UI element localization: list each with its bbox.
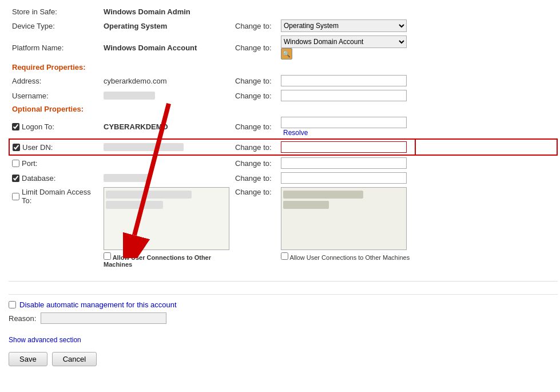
optional-properties-header: Optional Properties: [9,103,415,115]
address-label: Address: [9,73,101,88]
allow-connections-current-checkbox[interactable] [104,252,111,260]
limit-domain-change-label: Change to: [232,185,278,270]
device-type-value: Operating System [101,18,232,34]
database-label: Database: [22,174,55,183]
database-checkbox[interactable] [12,175,19,182]
user-dn-row: User DN: Change to: [9,139,557,155]
database-blurred [104,174,149,182]
limit-domain-value: Allow User Connections to Other Machines [101,185,232,270]
user-dn-blurred [104,143,184,151]
username-label: Username: [9,88,101,103]
logon-to-value: CYBERARKDEMO [101,115,232,139]
device-type-label: Device Type: [9,18,101,34]
port-input[interactable] [281,157,407,169]
limit-domain-change-value: Allow User Connections to Other Machines [278,185,415,270]
platform-name-value: Windows Domain Account [101,34,232,61]
disable-auto-link[interactable]: Disable automatic management for this ac… [19,300,177,309]
limit-domain-change-textarea[interactable] [281,187,407,250]
save-button[interactable]: Save [9,352,47,366]
port-change-label: Change to: [232,155,278,171]
limit-domain-blurred-line2 [106,201,163,209]
limit-domain-blurred-line1 [106,191,192,199]
disable-auto-checkbox[interactable] [9,301,16,308]
required-properties-header: Required Properties: [9,61,415,73]
database-change-label: Change to: [232,171,278,185]
address-input[interactable] [281,75,407,86]
username-value [101,88,232,103]
database-input[interactable] [281,172,407,184]
allow-connections-change: Allow User Connections to Other Machines [281,252,412,261]
user-dn-checkbox[interactable] [13,144,20,151]
address-value: cyberarkdemo.com [101,73,232,88]
limit-domain-change-blurred-line1 [283,191,363,199]
store-in-safe-label: Store in Safe: [9,6,101,18]
user-dn-value [101,139,232,155]
resolve-link[interactable]: Resolve [283,129,308,137]
port-label: Port: [22,159,37,168]
platform-search-icon[interactable]: 🔍 [281,48,292,60]
port-row-label: Port: [9,155,101,171]
limit-domain-current-textarea [104,187,229,250]
device-type-change-label: Change to: [232,18,278,34]
database-row-label: Database: [9,171,101,185]
limit-domain-row-label: Limit Domain Access To: [9,185,101,270]
user-dn-row-label: User DN: [9,139,101,155]
reason-input[interactable] [41,312,166,324]
username-input[interactable] [281,90,407,101]
user-dn-input[interactable] [281,141,407,153]
logon-to-checkbox[interactable] [12,123,19,130]
user-dn-label: User DN: [22,143,53,152]
port-checkbox[interactable] [12,160,19,167]
show-advanced-link[interactable]: Show advanced section [9,336,81,344]
allow-connections-current: Allow User Connections to Other Machines [104,252,229,268]
username-blurred [104,92,155,100]
logon-to-label: Logon To: [22,122,54,131]
buttons-row: Save Cancel [9,352,558,366]
limit-domain-label: Limit Domain Access To: [22,188,98,205]
logon-to-row-label: Logon To: [9,115,101,139]
port-value [101,155,232,171]
address-change-label: Change to: [232,73,278,88]
database-value [101,171,232,185]
reason-label: Reason: [9,314,36,323]
logon-to-change-label: Change to: [232,115,278,139]
platform-name-select[interactable]: Windows Domain Account [281,35,407,48]
username-change-label: Change to: [232,88,278,103]
user-dn-change-label: Change to: [232,139,278,155]
store-in-safe-value: Windows Domain Admin [101,6,232,18]
reason-row: Reason: [9,312,558,324]
cancel-button[interactable]: Cancel [52,352,97,366]
platform-name-change-label: Change to: [232,34,278,61]
device-type-select[interactable]: Operating System [281,19,407,32]
limit-domain-change-blurred-line2 [283,201,329,209]
allow-connections-change-checkbox[interactable] [281,252,288,260]
disable-auto-row: Disable automatic management for this ac… [9,294,558,309]
limit-domain-checkbox[interactable] [12,193,19,200]
logon-to-input[interactable] [281,117,407,128]
platform-name-label: Platform Name: [9,34,101,61]
